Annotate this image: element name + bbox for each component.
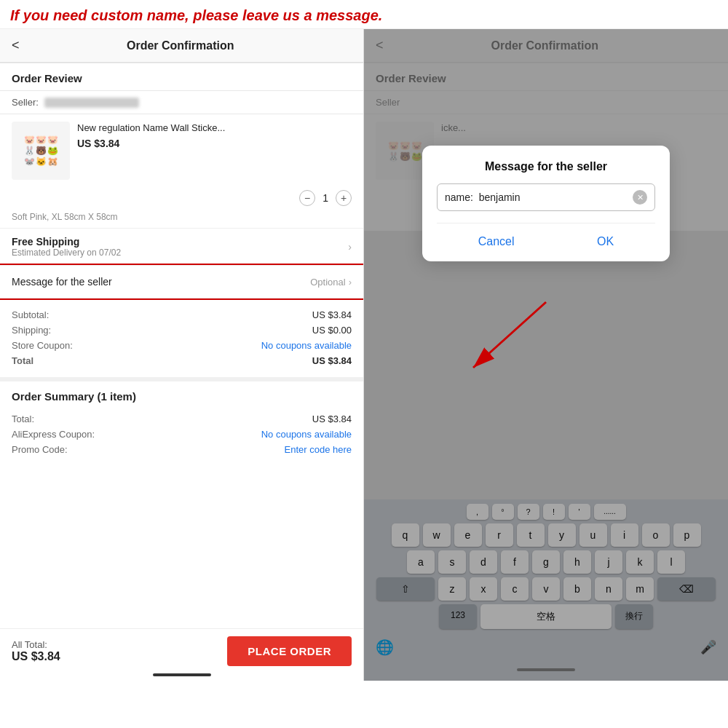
summary-total-row: Total: US $3.84 bbox=[12, 411, 352, 427]
bottom-bar: All Total: US $3.84 PLACE ORDER bbox=[0, 628, 363, 673]
message-for-seller-label: Message for the seller bbox=[12, 276, 112, 288]
subtotal-label: Subtotal: bbox=[12, 309, 49, 320]
shipping-chevron-icon: › bbox=[348, 241, 352, 253]
modal-box: Message for the seller ✕ Cancel OK bbox=[422, 146, 670, 261]
left-panel: < Order Confirmation Order Review Seller… bbox=[0, 29, 364, 681]
summary-table: Total: US $3.84 AliExpress Coupon: No co… bbox=[0, 408, 363, 460]
product-row: 🐷🐷🐷 🐰🐻🐸 🐭🐱🐹 New regulation Name Wall Sti… bbox=[0, 114, 363, 187]
product-emoji-grid: 🐷🐷🐷 🐰🐻🐸 🐭🐱🐹 bbox=[21, 132, 61, 170]
right-panel: < Order Confirmation Order Review Seller bbox=[364, 29, 728, 681]
summary-total-label: Total: bbox=[12, 414, 34, 424]
order-review-label: Order Review bbox=[0, 63, 363, 90]
seller-name-blur bbox=[44, 98, 139, 108]
order-summary-label: Order Summary (1 item) bbox=[0, 381, 363, 408]
store-coupon-row: Store Coupon: No coupons available bbox=[12, 338, 352, 353]
product-image: 🐷🐷🐷 🐰🐻🐸 🐭🐱🐹 bbox=[12, 122, 70, 180]
modal-overlay: Message for the seller ✕ Cancel OK bbox=[364, 29, 728, 681]
product-name: New regulation Name Wall Sticke... bbox=[77, 122, 352, 135]
right-panel-content: < Order Confirmation Order Review Seller bbox=[364, 29, 728, 681]
subtotal-value: US $3.84 bbox=[312, 309, 352, 320]
summary-total-value: US $3.84 bbox=[312, 414, 352, 424]
banner-text: If you need custom name, please leave us… bbox=[10, 7, 718, 24]
left-panel-title: Order Confirmation bbox=[31, 39, 330, 52]
aliexpress-coupon-value: No coupons available bbox=[261, 429, 352, 440]
aliexpress-coupon-row: AliExpress Coupon: No coupons available bbox=[12, 427, 352, 442]
left-back-button[interactable]: < bbox=[12, 38, 20, 53]
seller-label: Seller: bbox=[12, 97, 39, 108]
variant-text: Soft Pink, XL 58cm X 58cm bbox=[0, 212, 363, 228]
total-pricing-label: Total bbox=[12, 355, 33, 366]
modal-cancel-button[interactable]: Cancel bbox=[464, 232, 529, 251]
shipping-title: Free Shipping bbox=[12, 236, 121, 248]
promo-code-label: Promo Code: bbox=[12, 444, 68, 455]
quantity-value: 1 bbox=[323, 192, 328, 204]
shipping-sub: Estimated Delivery on 07/02 bbox=[12, 248, 121, 258]
subtotal-row: Subtotal: US $3.84 bbox=[12, 307, 352, 323]
seller-row: Seller: bbox=[0, 91, 363, 114]
store-coupon-value: No coupons available bbox=[261, 340, 352, 351]
product-info: New regulation Name Wall Sticke... US $3… bbox=[77, 122, 352, 149]
message-optional-label: Optional › bbox=[310, 277, 352, 288]
modal-ok-button[interactable]: OK bbox=[582, 232, 628, 251]
quantity-increase-button[interactable]: + bbox=[336, 190, 352, 206]
product-price: US $3.84 bbox=[77, 138, 352, 149]
total-pricing-row: Total US $3.84 bbox=[12, 353, 352, 368]
modal-clear-button[interactable]: ✕ bbox=[633, 190, 647, 205]
shipping-info: Free Shipping Estimated Delivery on 07/0… bbox=[12, 236, 121, 258]
modal-actions: Cancel OK bbox=[437, 223, 655, 251]
pricing-table: Subtotal: US $3.84 Shipping: US $0.00 St… bbox=[0, 298, 363, 377]
home-bar-left bbox=[153, 673, 211, 676]
all-total-label: All Total: bbox=[12, 639, 60, 650]
all-total-value: US $3.84 bbox=[12, 650, 60, 663]
quantity-row: − 1 + bbox=[0, 187, 363, 212]
modal-input-row[interactable]: ✕ bbox=[437, 183, 655, 211]
modal-title: Message for the seller bbox=[437, 160, 655, 173]
all-total-section: All Total: US $3.84 bbox=[12, 639, 60, 663]
promo-code-row: Promo Code: Enter code here bbox=[12, 442, 352, 457]
top-banner: If you need custom name, please leave us… bbox=[0, 0, 728, 29]
place-order-button[interactable]: PLACE ORDER bbox=[227, 636, 352, 666]
shipping-pricing-value: US $0.00 bbox=[312, 325, 352, 336]
message-for-seller-row[interactable]: Message for the seller Optional › bbox=[0, 265, 363, 298]
shipping-pricing-label: Shipping: bbox=[12, 325, 51, 336]
total-pricing-value: US $3.84 bbox=[312, 355, 352, 366]
aliexpress-coupon-label: AliExpress Coupon: bbox=[12, 429, 95, 440]
quantity-decrease-button[interactable]: − bbox=[299, 190, 315, 206]
shipping-pricing-row: Shipping: US $0.00 bbox=[12, 323, 352, 338]
modal-input-field[interactable] bbox=[445, 191, 633, 203]
promo-code-value: Enter code here bbox=[284, 444, 352, 455]
shipping-row: Free Shipping Estimated Delivery on 07/0… bbox=[0, 228, 363, 265]
store-coupon-label: Store Coupon: bbox=[12, 340, 73, 351]
left-header: < Order Confirmation bbox=[0, 29, 363, 63]
message-chevron-icon: › bbox=[349, 277, 352, 288]
